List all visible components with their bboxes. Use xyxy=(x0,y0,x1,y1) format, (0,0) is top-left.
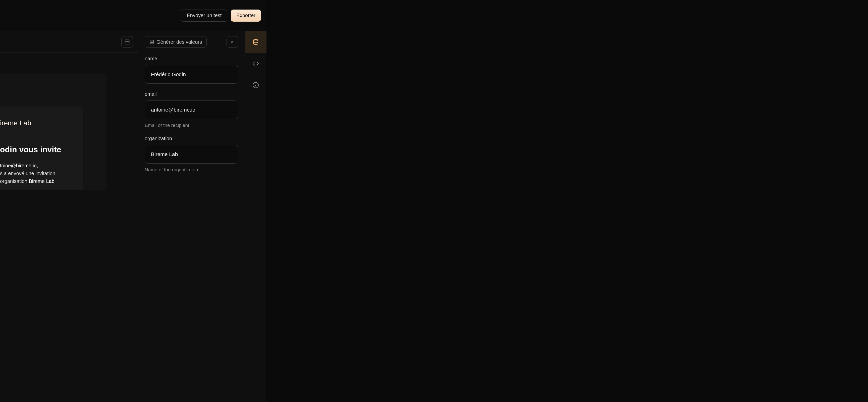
field-name: name xyxy=(145,56,238,84)
field-email-label: email xyxy=(145,91,238,97)
field-organization-label: organization xyxy=(145,136,238,142)
email-body-bold-3: Bireme Lab xyxy=(29,178,55,184)
top-bar: Envoyer un test Exporter xyxy=(0,0,266,31)
app-wrapper: Envoyer un test Exporter ireme Lab odin … xyxy=(0,0,266,402)
field-organization-help: Name of the organization xyxy=(145,167,238,173)
name-input[interactable] xyxy=(145,65,238,84)
database-icon xyxy=(253,39,259,45)
rail-tab-code[interactable] xyxy=(245,53,267,74)
layout-icon xyxy=(124,39,130,45)
layout-toggle-button[interactable] xyxy=(121,36,133,48)
email-headline: odin vous invite xyxy=(0,145,75,154)
rail-tab-info[interactable] xyxy=(245,74,267,96)
email-body-line-2: s a envoyé une invitation xyxy=(0,171,55,176)
email-inner: ireme Lab odin vous invite toine@bireme.… xyxy=(0,106,83,190)
send-test-button[interactable]: Envoyer un test xyxy=(181,9,227,22)
svg-rect-0 xyxy=(125,40,129,44)
rail-tab-data[interactable] xyxy=(245,31,267,53)
side-rail xyxy=(245,31,267,402)
email-input[interactable] xyxy=(145,100,238,119)
brand-text: ireme Lab xyxy=(0,119,75,127)
info-icon xyxy=(252,82,259,88)
preview-toolbar xyxy=(0,31,138,53)
field-email-help: Email of the recipient xyxy=(145,123,238,128)
code-icon xyxy=(252,60,259,67)
field-organization: organization Name of the organization xyxy=(145,136,238,173)
email-body-bold-1: toine@bireme.io xyxy=(0,163,37,168)
field-email: email Email of the recipient xyxy=(145,91,238,128)
close-icon xyxy=(230,40,234,44)
data-panel-header: Générer des valeurs xyxy=(145,36,238,48)
email-body-tail-1: , xyxy=(37,163,38,168)
data-panel: Générer des valeurs name email Email of … xyxy=(138,31,245,402)
content-row: ireme Lab odin vous invite toine@bireme.… xyxy=(0,31,266,402)
generate-values-label: Générer des valeurs xyxy=(156,39,202,45)
email-preview-card: ireme Lab odin vous invite toine@bireme.… xyxy=(0,74,106,190)
email-body-line-3-prefix: organisation xyxy=(0,178,29,184)
database-icon xyxy=(149,40,154,44)
organization-input[interactable] xyxy=(145,145,238,163)
field-name-label: name xyxy=(145,56,238,62)
preview-pane: ireme Lab odin vous invite toine@bireme.… xyxy=(0,31,138,402)
svg-point-2 xyxy=(150,40,153,41)
svg-point-5 xyxy=(253,39,258,41)
close-panel-button[interactable] xyxy=(226,36,238,48)
email-body: toine@bireme.io, s a envoyé une invitati… xyxy=(0,162,75,185)
export-button[interactable]: Exporter xyxy=(231,9,261,22)
generate-values-button[interactable]: Générer des valeurs xyxy=(145,36,207,48)
